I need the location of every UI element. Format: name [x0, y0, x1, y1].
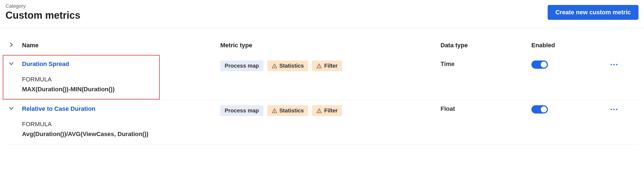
- warning-icon: [316, 108, 322, 114]
- svg-point-1: [274, 67, 275, 67]
- warning-icon: [316, 63, 322, 69]
- badge-statistics-label: Statistics: [279, 63, 304, 69]
- name-cell: Relative to Case Duration FORMULA Avg(Du…: [22, 105, 220, 138]
- svg-point-12: [613, 109, 615, 110]
- badge-process-map: Process map: [220, 60, 263, 71]
- chevron-down-icon: [8, 105, 14, 112]
- badge-statistics-label: Statistics: [279, 107, 304, 114]
- svg-point-4: [611, 64, 612, 65]
- chevron-right-icon: [8, 42, 14, 49]
- name-cell: Duration Spread FORMULA MAX(Duration())-…: [22, 60, 220, 93]
- metrics-table: Name Metric type Data type Enabled Durat…: [0, 28, 644, 145]
- column-header-metric-type[interactable]: Metric type: [220, 42, 441, 49]
- category-label: Category: [6, 3, 80, 9]
- badge-process-map: Process map: [220, 105, 263, 116]
- metric-name-link[interactable]: Duration Spread: [22, 60, 220, 68]
- badge-filter: Filter: [312, 105, 342, 116]
- badge-filter-label: Filter: [324, 107, 338, 114]
- formula-label: FORMULA: [22, 121, 220, 128]
- page-title: Custom metrics: [6, 10, 80, 21]
- svg-point-11: [611, 109, 612, 110]
- svg-point-10: [319, 112, 319, 112]
- badge-statistics: Statistics: [267, 60, 308, 71]
- column-header-data-type[interactable]: Data type: [441, 42, 531, 49]
- header-title-block: Category Custom metrics: [6, 3, 80, 21]
- enabled-toggle[interactable]: [531, 105, 548, 114]
- row-expand-toggle[interactable]: [6, 60, 22, 68]
- table-row: Relative to Case Duration FORMULA Avg(Du…: [6, 100, 638, 145]
- svg-point-8: [274, 112, 275, 112]
- badge-statistics: Statistics: [267, 105, 308, 116]
- more-actions-button[interactable]: [606, 105, 622, 114]
- formula-label: FORMULA: [22, 76, 220, 83]
- formula-value: Avg(Duration())/AVG(ViewCases, Duration(…: [22, 131, 220, 138]
- page-header: Category Custom metrics Create new custo…: [0, 0, 644, 28]
- chevron-down-icon: [8, 60, 14, 68]
- metric-name-link[interactable]: Relative to Case Duration: [22, 105, 220, 112]
- warning-icon: [272, 63, 277, 69]
- create-new-custom-metric-button[interactable]: Create new custom metric: [548, 5, 638, 20]
- enabled-toggle[interactable]: [531, 60, 548, 69]
- svg-point-3: [319, 67, 319, 67]
- data-type-value: Float: [441, 105, 455, 112]
- expand-all-toggle[interactable]: [6, 42, 22, 49]
- svg-point-6: [616, 64, 618, 65]
- more-horizontal-icon: [610, 108, 618, 111]
- svg-point-5: [613, 64, 615, 65]
- badge-filter: Filter: [312, 60, 342, 71]
- row-expand-toggle[interactable]: [6, 105, 22, 112]
- table-header-row: Name Metric type Data type Enabled: [6, 28, 638, 55]
- data-type-value: Time: [441, 60, 455, 67]
- column-header-enabled[interactable]: Enabled: [531, 42, 606, 49]
- toggle-knob: [541, 106, 547, 112]
- svg-point-13: [616, 109, 618, 110]
- formula-value: MAX(Duration())-MIN(Duration()): [22, 86, 220, 93]
- warning-icon: [272, 108, 277, 114]
- toggle-knob: [541, 62, 547, 68]
- more-horizontal-icon: [610, 63, 618, 66]
- table-row: Duration Spread FORMULA MAX(Duration())-…: [6, 55, 638, 100]
- metric-type-badges: Process map Statistics Filter: [220, 105, 441, 116]
- metric-type-badges: Process map Statistics Filter: [220, 60, 441, 71]
- badge-filter-label: Filter: [324, 63, 338, 69]
- column-header-name[interactable]: Name: [22, 42, 220, 49]
- more-actions-button[interactable]: [606, 60, 622, 69]
